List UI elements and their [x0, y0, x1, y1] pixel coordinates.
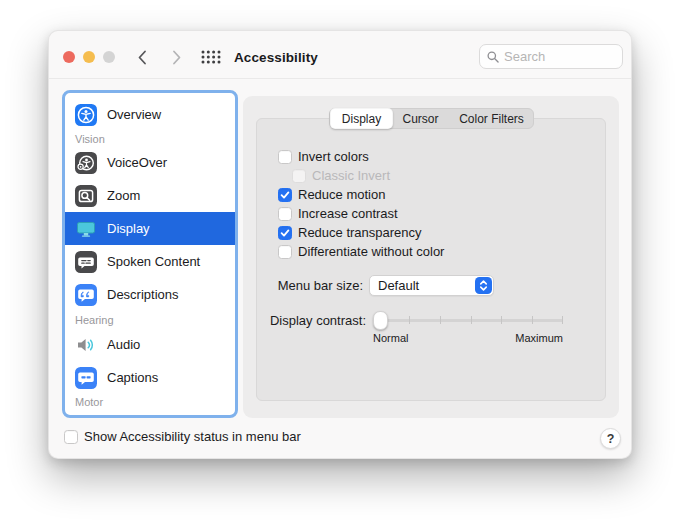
checkbox-differentiate-without-color[interactable]: Differentiate without color	[278, 245, 444, 259]
dropdown-value: Default	[378, 278, 419, 293]
display-icon	[75, 218, 97, 240]
search-field[interactable]	[479, 44, 623, 69]
sidebar-item-label: Display	[107, 221, 150, 236]
search-icon	[487, 51, 499, 63]
help-button[interactable]: ?	[600, 428, 621, 449]
captions-icon	[75, 367, 97, 389]
display-contrast-label: Display contrast:	[243, 313, 366, 328]
sidebar-item-descriptions[interactable]: Descriptions	[65, 278, 235, 311]
sidebar-item-audio[interactable]: Audio	[65, 328, 235, 361]
checkbox-icon	[292, 169, 306, 183]
checkbox-increase-contrast[interactable]: Increase contrast	[278, 207, 398, 221]
checkbox-icon	[278, 150, 292, 164]
accessibility-preferences-window: Accessibility Overview Vision VoiceOver	[48, 30, 632, 459]
checkbox-reduce-transparency[interactable]: Reduce transparency	[278, 226, 422, 240]
display-contrast-slider[interactable]	[373, 310, 563, 330]
audio-icon	[75, 334, 97, 356]
sidebar-section-motor: Motor	[65, 394, 235, 409]
sidebar-item-label: VoiceOver	[107, 155, 167, 170]
sidebar-section-hearing: Hearing	[65, 311, 235, 328]
sidebar-item-captions[interactable]: Captions	[65, 361, 235, 394]
tab-display[interactable]: Display	[330, 108, 393, 129]
tab-color-filters[interactable]: Color Filters	[448, 109, 535, 128]
desktop-background: Accessibility Overview Vision VoiceOver	[0, 0, 680, 525]
question-mark-icon: ?	[607, 432, 615, 446]
voiceover-icon	[75, 152, 97, 174]
menu-bar-size-dropdown[interactable]: Default	[369, 275, 494, 296]
zoom-window-icon	[103, 51, 115, 63]
accessibility-sidebar: Overview Vision VoiceOver Zoom Displa	[62, 90, 238, 418]
checkmark-icon	[278, 226, 292, 240]
slider-handle[interactable]	[373, 311, 388, 330]
zoom-feature-icon	[75, 185, 97, 207]
tab-cursor[interactable]: Cursor	[393, 109, 448, 128]
menu-bar-size-label: Menu bar size:	[243, 278, 363, 293]
slider-track[interactable]	[373, 319, 563, 322]
checkbox-icon	[278, 245, 292, 259]
sidebar-item-label: Audio	[107, 337, 140, 352]
close-window-icon[interactable]	[63, 51, 75, 63]
minimize-window-icon[interactable]	[83, 51, 95, 63]
sidebar-section-vision: Vision	[65, 131, 235, 146]
slider-min-label: Normal	[373, 332, 408, 344]
app-grid-icon[interactable]	[201, 50, 221, 64]
checkbox-icon	[278, 207, 292, 221]
back-chevron-icon[interactable]	[133, 48, 151, 66]
titlebar: Accessibility	[49, 31, 631, 79]
page-title: Accessibility	[234, 50, 318, 65]
sidebar-item-overview[interactable]: Overview	[65, 98, 235, 131]
search-input[interactable]	[504, 49, 615, 64]
display-settings-panel: Display Cursor Color Filters Invert colo…	[243, 96, 619, 418]
forward-chevron-icon[interactable]	[167, 48, 185, 66]
checkbox-icon	[64, 430, 78, 444]
sidebar-item-label: Overview	[107, 107, 161, 122]
descriptions-icon	[75, 284, 97, 306]
display-tabs: Display Cursor Color Filters	[329, 108, 534, 129]
checkbox-invert-colors[interactable]: Invert colors	[278, 150, 369, 164]
sidebar-item-label: Zoom	[107, 188, 140, 203]
sidebar-item-label: Descriptions	[107, 287, 179, 302]
checkbox-show-accessibility-status[interactable]: Show Accessibility status in menu bar	[64, 430, 301, 444]
sidebar-item-label: Captions	[107, 370, 158, 385]
checkbox-reduce-motion[interactable]: Reduce motion	[278, 188, 385, 202]
spoken-content-icon	[75, 251, 97, 273]
sidebar-item-voiceover[interactable]: VoiceOver	[65, 146, 235, 179]
sidebar-item-label: Spoken Content	[107, 254, 200, 269]
checkbox-classic-invert: Classic Invert	[292, 169, 390, 183]
dropdown-stepper-icon	[475, 277, 492, 294]
checkmark-icon	[278, 188, 292, 202]
sidebar-item-zoom[interactable]: Zoom	[65, 179, 235, 212]
sidebar-item-display[interactable]: Display	[65, 212, 235, 245]
accessibility-overview-icon	[75, 104, 97, 126]
slider-max-label: Maximum	[503, 332, 563, 344]
sidebar-item-spoken-content[interactable]: Spoken Content	[65, 245, 235, 278]
